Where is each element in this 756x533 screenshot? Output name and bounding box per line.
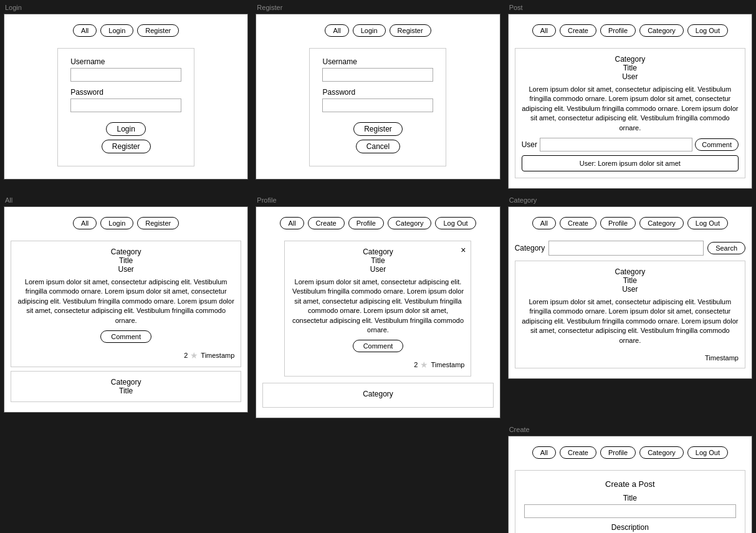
- all-card1-comment-btn[interactable]: Comment: [100, 330, 151, 343]
- profile-nav-profile[interactable]: Profile: [348, 217, 384, 229]
- post-card-category: Category: [522, 55, 739, 64]
- category-search-input[interactable]: [548, 241, 704, 256]
- category-card: Category Title User Lorem ipsum dolor si…: [515, 261, 745, 368]
- cat-nav-all[interactable]: All: [532, 217, 556, 229]
- category-panel-inner: All Create Profile Category Log Out Cate…: [508, 206, 752, 379]
- profile-modal-star-count: 2: [414, 361, 418, 368]
- password-input[interactable]: [70, 98, 181, 112]
- all-card1-footer: 2 ★ Timestamp: [17, 347, 234, 360]
- login-nav-all[interactable]: All: [73, 24, 97, 37]
- create-form: Create a Post Title Description Category…: [515, 470, 745, 533]
- profile-modal-card: × Category Title User Lorem ipsum dolor …: [284, 241, 471, 377]
- all-nav-all[interactable]: All: [73, 217, 97, 229]
- all-card1-category: Category: [17, 247, 234, 256]
- create-nav-profile[interactable]: Profile: [600, 446, 636, 459]
- create-nav-category[interactable]: Category: [639, 446, 684, 459]
- cat-card-title: Title: [522, 276, 739, 285]
- cat-card-body: Lorem ipsum dolor sit amet, consectetur …: [522, 297, 739, 345]
- post-nav-create[interactable]: Create: [560, 24, 596, 37]
- register-cancel-btn[interactable]: Cancel: [356, 140, 400, 153]
- reg-username-label: Username: [322, 57, 433, 66]
- post-card-body: Lorem ipsum dolor sit amet, consectetur …: [522, 85, 739, 133]
- post-comment-row: User Comment: [522, 138, 739, 151]
- all-card1-title: Title: [17, 256, 234, 265]
- login-panel: Login All Login Register Username Passwo…: [0, 0, 252, 193]
- reg-password-input[interactable]: [322, 98, 433, 112]
- username-label: Username: [70, 57, 181, 66]
- register-panel: Register All Login Register Username Pas…: [252, 0, 504, 193]
- profile-nav-logout[interactable]: Log Out: [435, 217, 476, 229]
- login-nav-register[interactable]: Register: [137, 24, 179, 37]
- post-nav-profile[interactable]: Profile: [600, 24, 636, 37]
- create-desc-label: Description: [524, 523, 736, 532]
- create-nav-all[interactable]: All: [532, 446, 556, 459]
- cat-card-user: User: [522, 285, 739, 294]
- username-input[interactable]: [70, 68, 181, 82]
- category-nav: All Create Profile Category Log Out: [515, 213, 745, 233]
- post-nav-logout[interactable]: Log Out: [687, 24, 728, 37]
- all-nav-login[interactable]: Login: [100, 217, 133, 229]
- post-nav-category[interactable]: Category: [639, 24, 684, 37]
- create-nav-create[interactable]: Create: [560, 446, 596, 459]
- post-user-label: User: [522, 140, 537, 149]
- login-register-btn[interactable]: Register: [102, 140, 151, 153]
- post-nav: All Create Profile Category Log Out: [515, 21, 745, 41]
- login-panel-label: Login: [4, 4, 248, 11]
- create-title-input[interactable]: [524, 504, 736, 518]
- modal-close-btn[interactable]: ×: [461, 245, 466, 255]
- post-comment-btn[interactable]: Comment: [695, 138, 739, 151]
- profile-nav: All Create Profile Category Log Out: [262, 213, 493, 233]
- cat-nav-profile[interactable]: Profile: [600, 217, 636, 229]
- all-card-1: Category Title User Lorem ipsum dolor si…: [11, 241, 241, 367]
- profile-nav-all[interactable]: All: [280, 217, 304, 229]
- all-panel: All All Login Register Category Title Us…: [0, 193, 252, 422]
- login-panel-inner: All Login Register Username Password Log…: [4, 14, 248, 180]
- cat-card-timestamp: Timestamp: [705, 354, 739, 362]
- profile-nav-create[interactable]: Create: [308, 217, 345, 229]
- register-panel-inner: All Login Register Username Password Reg…: [256, 14, 500, 180]
- register-panel-label: Register: [256, 4, 500, 11]
- profile-modal-comment-btn[interactable]: Comment: [353, 340, 404, 352]
- cat-card-footer: Timestamp: [522, 350, 739, 362]
- profile-modal-category: Category: [291, 247, 464, 256]
- profile-modal-footer: 2 ★ Timestamp: [291, 356, 464, 370]
- post-panel-label: Post: [508, 4, 752, 11]
- profile-modal-timestamp: Timestamp: [431, 361, 464, 368]
- category-panel: Category All Create Profile Category Log…: [504, 193, 756, 422]
- empty-panel-2: [252, 422, 504, 533]
- post-panel: Post All Create Profile Category Log Out…: [504, 0, 756, 193]
- category-search-row: Category Search: [515, 241, 745, 256]
- profile-nav-category[interactable]: Category: [388, 217, 432, 229]
- empty-panel-1: [0, 422, 252, 533]
- login-submit-btn[interactable]: Login: [106, 122, 145, 136]
- all-nav: All Login Register: [11, 213, 241, 233]
- create-nav-logout[interactable]: Log Out: [687, 446, 728, 459]
- post-card-title: Title: [522, 64, 739, 72]
- create-title-label: Title: [524, 494, 736, 502]
- login-nav-login[interactable]: Login: [100, 24, 133, 37]
- profile-modal-user: User: [291, 265, 464, 274]
- post-nav-all[interactable]: All: [532, 24, 556, 37]
- create-nav: All Create Profile Category Log Out: [515, 443, 745, 463]
- category-search-label: Category: [515, 244, 545, 252]
- post-comment-input[interactable]: [540, 138, 692, 151]
- register-submit-btn[interactable]: Register: [353, 122, 403, 136]
- profile-second-card: Category: [262, 383, 493, 408]
- all-panel-inner: All Login Register Category Title User L…: [4, 206, 248, 413]
- cat-nav-create[interactable]: Create: [560, 217, 596, 229]
- profile-panel-label: Profile: [256, 196, 500, 204]
- post-user-comment: User: Lorem ipsum dolor sit amet: [522, 155, 739, 171]
- category-search-btn[interactable]: Search: [707, 242, 745, 254]
- register-nav-register[interactable]: Register: [390, 24, 431, 37]
- profile-modal-body: Lorem ipsum dolor sit amet, consectetur …: [291, 277, 464, 335]
- all-card2-category: Category: [17, 378, 234, 387]
- register-nav-all[interactable]: All: [325, 24, 348, 37]
- register-nav-login[interactable]: Login: [353, 24, 386, 37]
- all-card1-timestamp: Timestamp: [201, 352, 234, 359]
- login-nav: All Login Register: [11, 21, 241, 41]
- profile-panel: Profile All Create Profile Category Log …: [252, 193, 504, 422]
- cat-nav-logout[interactable]: Log Out: [687, 217, 728, 229]
- all-nav-register[interactable]: Register: [137, 217, 179, 229]
- cat-nav-category[interactable]: Category: [639, 217, 684, 229]
- reg-username-input[interactable]: [322, 68, 433, 82]
